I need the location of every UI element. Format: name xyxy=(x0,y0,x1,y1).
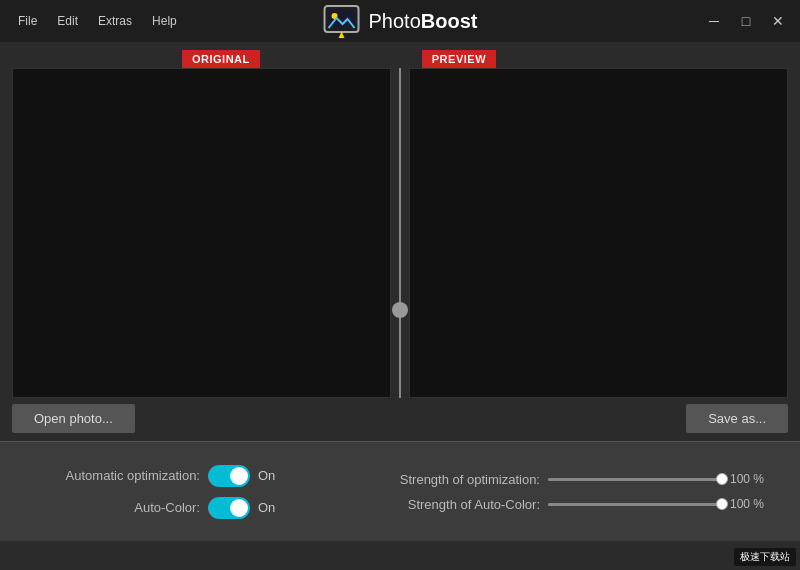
watermark: 极速下载站 xyxy=(734,548,796,566)
strength-opt-track[interactable] xyxy=(548,478,722,481)
auto-color-row: Auto-Color: On xyxy=(30,497,350,519)
strength-color-label: Strength of Auto-Color: xyxy=(370,497,540,512)
auto-opt-label: Automatic optimization: xyxy=(30,468,200,483)
divider-handle[interactable] xyxy=(392,302,408,318)
original-panel xyxy=(12,68,391,398)
window-controls: ─ □ ✕ xyxy=(700,10,792,32)
strength-color-thumb[interactable] xyxy=(716,498,728,510)
buttons-row: Open photo... Save as... xyxy=(12,404,788,433)
svg-rect-1 xyxy=(329,10,355,28)
strength-color-value: 100 % xyxy=(730,497,770,511)
canvas-area: ORIGINAL PREVIEW Open photo... Save as..… xyxy=(0,42,800,433)
menu-extras[interactable]: Extras xyxy=(88,10,142,32)
strength-opt-fill xyxy=(548,478,722,481)
strength-color-track[interactable] xyxy=(548,503,722,506)
labels-row: ORIGINAL PREVIEW xyxy=(12,50,788,68)
auto-color-label: Auto-Color: xyxy=(30,500,200,515)
controls-right: Strength of optimization: 100 % Strength… xyxy=(350,472,770,512)
divider-line[interactable] xyxy=(399,68,401,398)
menu-file[interactable]: File xyxy=(8,10,47,32)
strength-opt-value: 100 % xyxy=(730,472,770,486)
auto-opt-row: Automatic optimization: On xyxy=(30,465,350,487)
title-bar-left: File Edit Extras Help xyxy=(0,10,187,32)
maximize-button[interactable]: □ xyxy=(732,10,760,32)
save-as-button[interactable]: Save as... xyxy=(686,404,788,433)
strength-color-fill xyxy=(548,503,722,506)
bottom-panel: Automatic optimization: On Auto-Color: O… xyxy=(0,441,800,541)
app-icon xyxy=(323,2,361,40)
menu-help[interactable]: Help xyxy=(142,10,187,32)
close-button[interactable]: ✕ xyxy=(764,10,792,32)
menu-edit[interactable]: Edit xyxy=(47,10,88,32)
auto-opt-state: On xyxy=(258,468,275,483)
strength-opt-row: Strength of optimization: 100 % xyxy=(370,472,770,487)
menu-bar: File Edit Extras Help xyxy=(8,10,187,32)
strength-opt-thumb[interactable] xyxy=(716,473,728,485)
auto-color-toggle[interactable] xyxy=(208,497,250,519)
auto-opt-knob xyxy=(230,467,248,485)
open-photo-button[interactable]: Open photo... xyxy=(12,404,135,433)
auto-opt-toggle[interactable] xyxy=(208,465,250,487)
controls-left: Automatic optimization: On Auto-Color: O… xyxy=(30,465,350,519)
auto-color-knob xyxy=(230,499,248,517)
app-name: PhotoBoost xyxy=(369,10,478,33)
auto-color-state: On xyxy=(258,500,275,515)
app-title-area: PhotoBoost xyxy=(323,2,478,40)
preview-panel xyxy=(409,68,788,398)
viewer-row xyxy=(12,68,788,398)
minimize-button[interactable]: ─ xyxy=(700,10,728,32)
strength-opt-label: Strength of optimization: xyxy=(370,472,540,487)
strength-color-row: Strength of Auto-Color: 100 % xyxy=(370,497,770,512)
divider xyxy=(391,68,409,398)
preview-label: PREVIEW xyxy=(422,50,496,68)
original-label: ORIGINAL xyxy=(182,50,260,68)
title-bar: File Edit Extras Help PhotoBoost ─ □ ✕ xyxy=(0,0,800,42)
